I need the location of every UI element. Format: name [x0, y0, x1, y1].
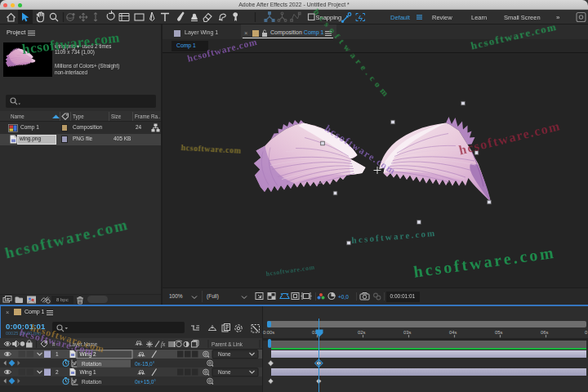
svg-text:None: None	[218, 369, 231, 375]
svg-text:»: »	[556, 14, 560, 21]
svg-text:Parent & Link: Parent & Link	[212, 341, 243, 347]
svg-text:#: #	[52, 341, 56, 347]
svg-text:Snapping: Snapping	[316, 14, 342, 21]
svg-text:Rotation: Rotation	[82, 361, 102, 367]
svg-text:0x-15,0°: 0x-15,0°	[135, 361, 155, 367]
svg-text:fx: fx	[161, 341, 166, 348]
svg-text:Layer Name: Layer Name	[69, 341, 98, 348]
svg-text:Rotation: Rotation	[82, 379, 102, 385]
svg-text:Learn: Learn	[471, 14, 487, 21]
svg-text:+0,0: +0,0	[338, 294, 349, 300]
svg-text:Wing 1: Wing 1	[80, 369, 97, 376]
svg-text:None: None	[218, 351, 231, 357]
svg-text:Review: Review	[432, 14, 452, 21]
svg-text:0x+15,0°: 0x+15,0°	[135, 379, 156, 385]
svg-text:1: 1	[56, 351, 59, 357]
svg-text:Wing 2: Wing 2	[80, 351, 97, 358]
svg-text:2: 2	[56, 369, 59, 375]
svg-text:Default: Default	[390, 14, 411, 21]
svg-text:Small Screen: Small Screen	[504, 14, 541, 21]
